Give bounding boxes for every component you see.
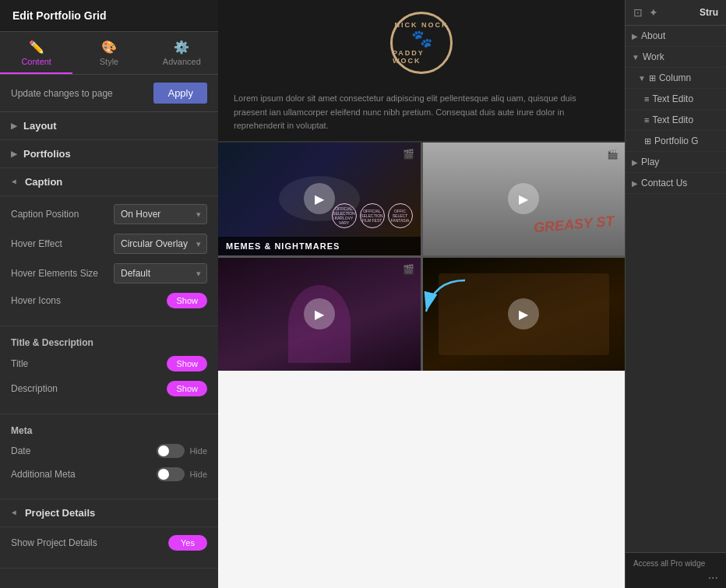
pro-dots[interactable]: ... xyxy=(633,568,718,582)
expand-icon[interactable]: ⊡ xyxy=(633,6,643,19)
tree-column[interactable]: ▼ ⊞ Column xyxy=(626,68,726,89)
tab-content[interactable]: ✏️ Content xyxy=(0,32,72,74)
apply-label: Update changes to page xyxy=(11,88,113,99)
site-logo: NICK NOCK 🐾 PADDY WOCK xyxy=(390,12,453,74)
grid-item-memes[interactable]: 🎬 ▶ OFFICIAL SELECTION KARLOVY VARY OFFI… xyxy=(218,143,421,255)
right-panel-label: Stru xyxy=(700,7,718,18)
sparkle-icon[interactable]: ✦ xyxy=(649,6,658,19)
title-toggle[interactable]: Show xyxy=(167,356,207,371)
hover-elements-size-select-wrapper: Default Small Large xyxy=(114,263,207,283)
hover-elements-size-select[interactable]: Default Small Large xyxy=(114,263,207,283)
caption-position-label: Caption Position xyxy=(11,209,100,220)
contact-label: Contact Us xyxy=(641,178,687,188)
play-btn-4[interactable]: ▶ xyxy=(508,298,539,329)
tree-play[interactable]: ▶ Play xyxy=(626,152,726,173)
additional-meta-row: Additional Meta Hide xyxy=(11,467,207,481)
play-arrow: ▶ xyxy=(632,158,638,167)
video-icon-1: 🎬 xyxy=(403,149,414,160)
tab-advanced[interactable]: ⚙️ Advanced xyxy=(146,32,218,74)
play-btn-3[interactable]: ▶ xyxy=(304,298,335,329)
tab-advanced-label: Advanced xyxy=(163,57,201,66)
video-icon-3: 🎬 xyxy=(403,264,414,275)
hover-effect-select[interactable]: Circular Overlay Fade Slide Up xyxy=(114,234,207,254)
tree-work[interactable]: ▼ Work xyxy=(626,47,726,68)
contact-arrow: ▶ xyxy=(632,179,638,188)
portfolios-label: Portfolios xyxy=(23,148,71,160)
portfolios-section-header[interactable]: ▶ Portfolios xyxy=(0,140,218,168)
description-control: Show xyxy=(100,381,207,396)
caption-section-header[interactable]: ▼ Caption xyxy=(0,168,218,196)
about-label: About xyxy=(641,30,665,41)
body-text-block: Lorem ipsum dolor sit amet consectetur a… xyxy=(218,86,625,143)
tree-portfolio-g[interactable]: ⊞ Portfolio G xyxy=(626,131,726,152)
tab-content-label: Content xyxy=(21,57,51,66)
work-arrow: ▼ xyxy=(632,53,640,62)
description-toggle[interactable]: Show xyxy=(167,381,207,396)
caption-text-memes: MEMES & NIGHTMARES xyxy=(226,241,340,251)
caption-position-control: On Hover Below Always xyxy=(100,204,207,224)
right-panel: ⊡ ✦ Stru ▶ About ▼ Work ▼ ⊞ Column ≡ Tex… xyxy=(625,0,726,588)
date-switch-label: Hide xyxy=(189,446,207,456)
tree-about[interactable]: ▶ About xyxy=(626,26,726,47)
caption-position-select-wrapper: On Hover Below Always xyxy=(114,204,207,224)
pro-access-text: Access all Pro widge xyxy=(633,559,718,568)
logo-circle: NICK NOCK 🐾 PADDY WOCK xyxy=(390,12,453,74)
show-project-details-label: Show Project Details xyxy=(11,537,100,548)
hover-elements-size-row: Hover Elements Size Default Small Large xyxy=(11,263,207,283)
tree-text-editor-1[interactable]: ≡ Text Edito xyxy=(626,89,726,110)
logo-text-top: NICK NOCK xyxy=(395,21,449,29)
badge-1: OFFICIAL SELECTION KARLOVY VARY xyxy=(332,203,357,228)
description-label: Description xyxy=(11,383,100,394)
body-text: Lorem ipsum dolor sit amet consectetur a… xyxy=(234,93,576,130)
column-icon: ⊞ xyxy=(649,73,656,83)
grid-item-dark1[interactable]: 🎬 ▶ xyxy=(218,258,421,371)
grid-item-greasy[interactable]: GREASY ST 🎬 ▶ xyxy=(423,143,626,255)
project-details-section-body: Show Project Details Yes xyxy=(0,527,218,569)
date-switch[interactable] xyxy=(157,444,185,458)
additional-meta-switch-label: Hide xyxy=(189,470,207,479)
title-desc-section-body: Title & Description Title Show Descripti… xyxy=(0,326,218,414)
hover-effect-control: Circular Overlay Fade Slide Up xyxy=(100,234,207,254)
title-desc-heading: Title & Description xyxy=(11,337,207,348)
hover-icons-row: Hover Icons Show xyxy=(11,293,207,308)
tab-style[interactable]: 🎨 Style xyxy=(72,32,145,74)
additional-meta-toggle-switch: Hide xyxy=(157,467,207,481)
project-details-arrow: ▼ xyxy=(10,509,19,517)
play-btn-1[interactable]: ▶ xyxy=(304,183,335,214)
additional-meta-switch[interactable] xyxy=(157,467,185,481)
portfolio-g-icon: ⊞ xyxy=(644,136,651,146)
title-row: Title Show xyxy=(11,356,207,371)
badge-2: OFFICIAL SELECTION FILM FEST xyxy=(360,203,385,228)
caption-position-row: Caption Position On Hover Below Always xyxy=(11,204,207,224)
column-arrow: ▼ xyxy=(638,74,646,83)
style-icon: 🎨 xyxy=(101,40,117,55)
project-details-section-header[interactable]: ▼ Project Details xyxy=(0,499,218,527)
tree-text-editor-2[interactable]: ≡ Text Edito xyxy=(626,110,726,131)
arrow-annotation xyxy=(418,273,473,322)
center-canvas: NICK NOCK 🐾 PADDY WOCK Lorem ipsum dolor… xyxy=(218,0,625,588)
caption-position-select[interactable]: On Hover Below Always xyxy=(114,204,207,224)
hover-effect-select-wrapper: Circular Overlay Fade Slide Up xyxy=(114,234,207,254)
play-btn-2[interactable]: ▶ xyxy=(508,183,539,214)
tab-style-label: Style xyxy=(100,57,118,66)
portfolio-grid: 🎬 ▶ OFFICIAL SELECTION KARLOVY VARY OFFI… xyxy=(218,143,625,371)
meta-heading: Meta xyxy=(11,425,207,436)
show-project-details-control: Yes xyxy=(100,535,207,551)
advanced-icon: ⚙️ xyxy=(174,40,189,55)
tree-contact-us[interactable]: ▶ Contact Us xyxy=(626,173,726,194)
apply-button[interactable]: Apply xyxy=(153,83,207,104)
date-label: Date xyxy=(11,445,100,456)
show-project-details-row: Show Project Details Yes xyxy=(11,535,207,551)
description-row: Description Show xyxy=(11,381,207,396)
show-project-details-toggle[interactable]: Yes xyxy=(168,535,207,551)
caption-arrow: ▼ xyxy=(10,178,19,186)
canvas-inner: NICK NOCK 🐾 PADDY WOCK Lorem ipsum dolor… xyxy=(218,0,625,588)
text-editor-2-label: Text Edito xyxy=(652,114,693,125)
hover-icons-toggle[interactable]: Show xyxy=(167,293,207,308)
layout-section-header[interactable]: ▶ Layout xyxy=(0,112,218,140)
portfolio-g-label: Portfolio G xyxy=(654,136,699,146)
hover-effect-label: Hover Effect xyxy=(11,238,100,249)
panel-content: ▶ Layout ▶ Portfolios ▼ Caption Caption … xyxy=(0,112,218,588)
project-details-label: Project Details xyxy=(25,507,95,519)
panel-title: Edit Portfolio Grid xyxy=(0,0,218,32)
